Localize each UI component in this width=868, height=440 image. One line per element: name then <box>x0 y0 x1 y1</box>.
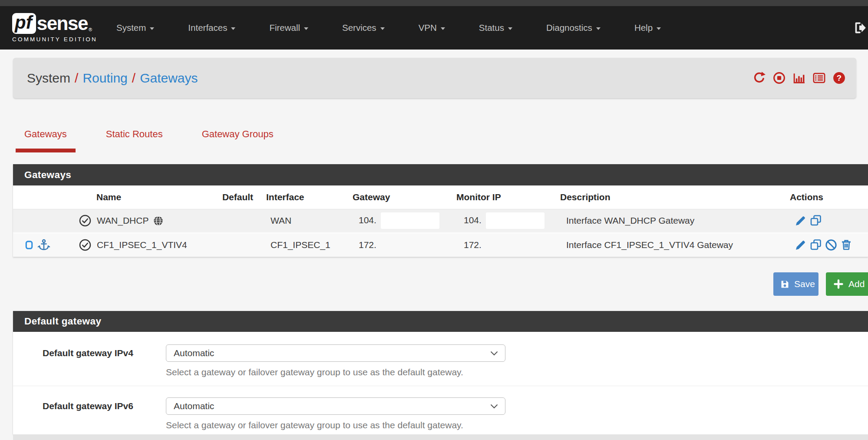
help-text: Select a gateway or failover gateway gro… <box>166 367 509 377</box>
nav-item-services[interactable]: Services <box>342 23 385 33</box>
top-navbar: pf sense ® COMMUNITY EDITION System Inte… <box>0 6 868 50</box>
description-cell: Interface WAN_DHCP Gateway <box>556 209 782 233</box>
chevron-down-icon <box>490 404 498 409</box>
default-cell <box>215 209 261 233</box>
column-header-actions: Actions <box>782 185 868 209</box>
column-header-interface: Interface <box>261 185 352 209</box>
chevron-down-icon <box>150 27 154 30</box>
community-edition-label: COMMUNITY EDITION <box>12 36 95 43</box>
default-gateway-panel-title: Default gateway <box>13 311 868 332</box>
save-floppy-icon <box>780 279 790 289</box>
nav-item-status[interactable]: Status <box>479 23 512 33</box>
nav-item-diagnostics[interactable]: Diagnostics <box>546 23 601 33</box>
tab-gateway-groups[interactable]: Gateway Groups <box>193 124 282 152</box>
redacted-ip <box>486 212 545 229</box>
pf-logo-mark: pf <box>12 13 36 34</box>
page-title: System / Routing / Gateways <box>27 71 198 86</box>
edit-icon[interactable] <box>794 214 807 227</box>
svg-text:?: ? <box>837 73 842 83</box>
table-row: WAN_DHCP <box>13 209 868 233</box>
monitor-ip: 104. <box>464 215 482 225</box>
table-header-row: Name Default Interface Gateway Monitor I… <box>13 185 868 209</box>
add-button[interactable]: Add <box>826 272 868 296</box>
monitor-ip: 172. <box>464 240 482 250</box>
help-text: Select a gateway or failover gateway gro… <box>166 420 509 430</box>
column-header-default: Default <box>215 185 261 209</box>
column-header-monitor-ip: Monitor IP <box>452 185 556 209</box>
default-cell <box>215 233 261 257</box>
chevron-down-icon <box>441 27 445 30</box>
page-action-icons: ? <box>752 71 846 85</box>
gateways-panel: Gateways Name Default Interface Gateway … <box>13 164 868 257</box>
sign-out-icon[interactable] <box>853 6 867 50</box>
anchor-icon <box>37 238 50 251</box>
column-header-description: Description <box>556 185 782 209</box>
default-gateway-ipv6-select[interactable]: Automatic <box>166 397 505 415</box>
tab-static-routes[interactable]: Static Routes <box>97 124 172 152</box>
breadcrumb-separator: / <box>70 71 83 86</box>
column-header-icons <box>13 185 96 209</box>
gateway-ip: 104. <box>359 215 376 225</box>
window-top-strip <box>0 0 868 6</box>
tab-gateways[interactable]: Gateways <box>16 124 76 152</box>
breadcrumb-section: System <box>27 71 70 86</box>
breadcrumb: System / Routing / Gateways <box>13 58 856 98</box>
delete-icon[interactable] <box>840 238 853 251</box>
monitoring-chart-icon[interactable] <box>792 71 806 85</box>
default-gateway-ipv4-label: Default gateway IPv4 <box>13 344 166 377</box>
nav-item-help[interactable]: Help <box>634 23 661 33</box>
redacted-ip <box>381 212 439 229</box>
routing-tabs: Gateways Static Routes Gateway Groups <box>16 124 304 152</box>
help-icon[interactable]: ? <box>832 71 846 85</box>
chevron-down-icon <box>304 27 308 30</box>
log-icon[interactable] <box>812 71 826 85</box>
nav-item-firewall[interactable]: Firewall <box>269 23 308 33</box>
chevron-down-icon <box>380 27 385 30</box>
edit-icon[interactable] <box>794 238 807 251</box>
next-section-strip <box>13 434 868 440</box>
gateway-name: CF1_IPSEC_1_VTIV4 <box>97 240 187 250</box>
column-header-name: Name <box>96 185 215 209</box>
breadcrumb-separator: / <box>128 71 140 86</box>
plus-icon <box>833 279 844 289</box>
description-cell: Interface CF1_IPSEC_1_VTIV4 Gateway <box>556 233 782 257</box>
interface-cell: CF1_IPSEC_1 <box>261 233 352 257</box>
main-menu: System Interfaces Firewall Services VPN … <box>116 23 695 33</box>
form-row-ipv6: Default gateway IPv6 Automatic Select a … <box>13 386 868 430</box>
gateway-name: WAN_DHCP <box>97 215 149 226</box>
registered-mark: ® <box>89 27 92 32</box>
column-header-gateway: Gateway <box>352 185 452 209</box>
form-row-ipv4: Default gateway IPv4 Automatic Select a … <box>13 332 868 386</box>
chevron-down-icon <box>490 351 498 356</box>
clone-icon[interactable] <box>809 238 822 251</box>
default-gateway-ipv6-label: Default gateway IPv6 <box>13 397 166 430</box>
chevron-down-icon <box>596 27 601 30</box>
gateway-ip: 172. <box>359 240 376 250</box>
gateways-panel-title: Gateways <box>13 164 868 185</box>
nav-item-system[interactable]: System <box>116 23 154 33</box>
sense-logo-text: sense <box>37 14 88 33</box>
breadcrumb-link-gateways[interactable]: Gateways <box>140 71 198 86</box>
square-icon <box>24 240 34 250</box>
interface-cell: WAN <box>261 209 352 233</box>
nav-item-vpn[interactable]: VPN <box>419 23 445 33</box>
default-gateway-ipv4-select[interactable]: Automatic <box>166 344 505 362</box>
refresh-icon[interactable] <box>752 71 766 85</box>
breadcrumb-link-routing[interactable]: Routing <box>83 71 127 86</box>
gateway-enabled-icon <box>79 214 92 227</box>
clone-icon[interactable] <box>809 214 822 227</box>
gateway-enabled-icon <box>79 238 92 251</box>
default-gateway-panel: Default gateway Default gateway IPv4 Aut… <box>13 311 868 434</box>
table-row: CF1_IPSEC_1_VTIV4 CF1_IPSEC_1 172. 172. … <box>13 233 868 257</box>
nav-item-interfaces[interactable]: Interfaces <box>188 23 235 33</box>
chevron-down-icon <box>508 27 512 30</box>
globe-icon <box>152 215 164 227</box>
disable-icon[interactable] <box>825 238 838 251</box>
stop-status-icon[interactable] <box>772 71 786 85</box>
gateways-table: Name Default Interface Gateway Monitor I… <box>13 185 868 257</box>
save-button[interactable]: Save <box>773 272 818 296</box>
chevron-down-icon <box>657 27 661 30</box>
pfsense-logo[interactable]: pf sense ® COMMUNITY EDITION <box>12 13 95 43</box>
chevron-down-icon <box>231 27 235 30</box>
